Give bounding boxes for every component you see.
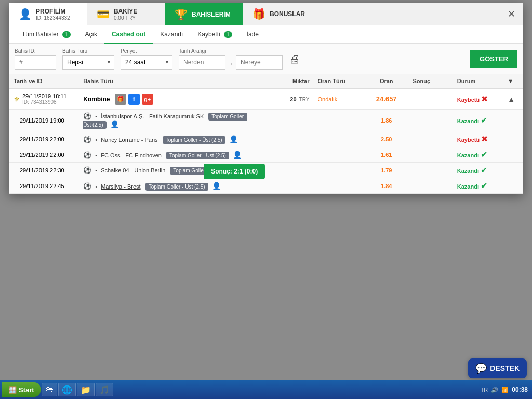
print-icon[interactable]: 🖨 — [289, 52, 300, 66]
sub-row-2-match: ⚽ • Nancy Lorraine - Paris Toplam Goller… — [79, 131, 257, 147]
main-bet-expand[interactable]: ▲ — [503, 88, 523, 110]
browser-icon: 🌐 — [62, 385, 72, 395]
sub-bet-row-4: 29/11/2019 22:30 ⚽ • Schalke 04 - Union … — [9, 163, 523, 178]
kombine-star-icon: ⚜ — [14, 95, 20, 103]
bet-type-select-wrap: Hepsi — [62, 55, 114, 70]
sub-row-4-odds: 1.79 — [364, 163, 408, 178]
header-tab-bonuses[interactable]: 🎁 BONUSLAR — [243, 3, 321, 25]
subtab-all[interactable]: Tüm Bahisler 1 — [15, 25, 78, 43]
sub-row-4-status: Kazandı ✔ — [453, 163, 504, 178]
soccer-icon-3: ⚽ — [83, 151, 91, 159]
taskbar-tray: TR 🔊 📶 00:38 — [481, 386, 530, 393]
sub-row-5-match: ⚽ • Marsilya - Brest Toplam Goller - Üst… — [79, 178, 257, 194]
destek-label: DESTEK — [490, 364, 520, 373]
col-header-date: Tarih ve ID — [9, 74, 79, 88]
col-header-status: Durum — [453, 74, 504, 88]
balance-icon: 💳 — [97, 8, 110, 20]
sub-row-2-date: 29/11/2019 22:00 — [9, 131, 79, 147]
subtab-open[interactable]: Açık — [78, 25, 104, 43]
soccer-icon-1: ⚽ — [83, 112, 91, 120]
subtab-refund[interactable]: İade — [240, 25, 266, 43]
folder-icon: 📁 — [81, 385, 91, 395]
sub-row-3-status: Kazandı ✔ — [453, 147, 504, 163]
bonuses-icon: 🎁 — [252, 8, 265, 20]
sub-row-2-status: Kaybetti ✖ — [453, 131, 504, 147]
tray-time: 00:38 — [512, 386, 528, 393]
soccer-icon-5: ⚽ — [83, 182, 91, 190]
start-button[interactable]: 🪟 Start — [2, 382, 41, 397]
date-to-input[interactable] — [236, 55, 283, 70]
main-bet-date: ⚜ 29/11/2019 18:11 ID: 734313908 — [9, 88, 79, 110]
balance-tab-subtitle: 0.00 TRY — [114, 15, 137, 21]
period-select[interactable]: 24 saat — [121, 55, 172, 70]
tray-network-icon: 📶 — [501, 387, 509, 393]
col-header-amount: Miktar — [257, 74, 314, 88]
taskbar-media-icon[interactable]: 🎵 — [96, 383, 113, 396]
soccer-icon-4: ⚽ — [83, 166, 91, 174]
subtab-cashedout[interactable]: Cashed out — [104, 25, 153, 44]
sub-bet-row-5: 29/11/2019 22:45 ⚽ • Marsilya - Brest To… — [9, 178, 523, 194]
subtab-won[interactable]: Kazandı — [153, 25, 190, 43]
profile-tab-subtitle: ID: 162344332 — [36, 15, 70, 21]
date-from-input[interactable] — [179, 55, 225, 70]
sub-bet-row-1: 29/11/2019 19:00 ⚽ • İstanbulspor A.Ş. -… — [9, 110, 523, 131]
tray-locale: TR — [481, 387, 488, 393]
expand-all-icon[interactable]: ▼ — [508, 78, 513, 84]
bets-table: Tarih ve ID Bahis Türü Miktar Oran Türü … — [9, 74, 523, 194]
main-bet-result — [408, 88, 453, 110]
taskbar-ie-icon[interactable]: 🗁 — [42, 383, 57, 396]
table-body: ⚜ 29/11/2019 18:11 ID: 734313908 Kombine… — [9, 88, 523, 194]
taskbar-folder-icon[interactable]: 📁 — [77, 383, 95, 396]
media-icon: 🎵 — [99, 385, 110, 395]
info-icon-3[interactable]: 👤 — [233, 151, 242, 159]
bet-type-label: Bahis Türü — [62, 48, 114, 54]
gplus-icon: g+ — [142, 94, 153, 105]
bet-id-filter: Bahis İD: — [15, 48, 56, 70]
sub-row-5-date: 29/11/2019 22:45 — [9, 178, 79, 194]
sub-bet-row-2: 29/11/2019 22:00 ⚽ • Nancy Lorraine - Pa… — [9, 131, 523, 147]
table-header: Tarih ve ID Bahis Türü Miktar Oran Türü … — [9, 74, 523, 88]
period-label: Periyot — [121, 48, 172, 54]
info-icon-2[interactable]: 👤 — [229, 135, 238, 143]
sub-row-1-match: ⚽ • İstanbulspor A.Ş. - Fatih Karagumruk… — [79, 110, 257, 131]
header-tab-balance[interactable]: 💳 BAKİYE 0.00 TRY — [87, 3, 165, 25]
show-button[interactable]: GÖSTER — [470, 50, 517, 68]
bet-id-input[interactable] — [15, 55, 56, 70]
col-header-expand: ▼ — [503, 74, 523, 88]
destek-button[interactable]: 💬 DESTEK — [468, 358, 527, 378]
header-tab-profile[interactable]: 👤 PROFİLİM ID: 162344332 — [9, 3, 87, 25]
header-tab-bets[interactable]: 🏆 BAHİSLERİM — [165, 3, 243, 25]
match-link-5[interactable]: Marsilya - Brest — [101, 183, 140, 190]
period-select-wrap: 24 saat — [121, 55, 172, 70]
info-icon-1[interactable]: 👤 — [110, 120, 119, 128]
date-range-filter: Tarih Aralığı → — [179, 48, 283, 70]
col-header-type: Bahis Türü — [79, 74, 257, 88]
sub-row-3-match: ⚽ • FC Oss - FC Eindhoven Toplam Goller … — [79, 147, 257, 163]
balance-tab-title: BAKİYE — [114, 8, 137, 15]
main-bet-type: Kombine 🎁 f g+ — [79, 88, 257, 110]
status-won-icon-4: ✔ — [481, 166, 487, 175]
result-tooltip: Sonuç: 2:1 (0:0) — [204, 164, 265, 179]
profile-icon: 👤 — [19, 8, 32, 20]
sub-row-5-status: Kazandı ✔ — [453, 178, 504, 194]
main-bet-status: Kaybetti ✖ — [453, 88, 504, 110]
expand-chevron-up-icon[interactable]: ▲ — [508, 95, 515, 103]
info-icon-5[interactable]: 👤 — [212, 182, 221, 190]
sub-row-5-odds: 1.84 — [364, 178, 408, 194]
subtab-lost[interactable]: Kaybetti 1 — [190, 25, 239, 43]
col-header-odds-type: Oran Türü — [313, 74, 364, 88]
filter-row: Bahis İD: Bahis Türü Hepsi Periyot 24 sa… — [9, 44, 523, 74]
bet-type-filter: Bahis Türü Hepsi — [62, 48, 114, 70]
main-bet-odds-type: Ondalık — [313, 88, 364, 110]
taskbar-browser-icon[interactable]: 🌐 — [58, 383, 76, 396]
date-arrow: → — [228, 60, 234, 70]
close-button[interactable]: ✕ — [500, 3, 523, 25]
status-won-icon-5: ✔ — [481, 181, 487, 190]
main-bet-odds: 24.657 — [364, 88, 408, 110]
soccer-icon-2: ⚽ — [83, 136, 91, 143]
bet-type-select[interactable]: Hepsi — [62, 55, 114, 70]
bets-icon: 🏆 — [175, 8, 188, 21]
main-bet-amount: 20 TRY — [257, 88, 314, 110]
sub-row-4-date: 29/11/2019 22:30 — [9, 163, 79, 178]
destek-chat-icon: 💬 — [475, 363, 487, 374]
